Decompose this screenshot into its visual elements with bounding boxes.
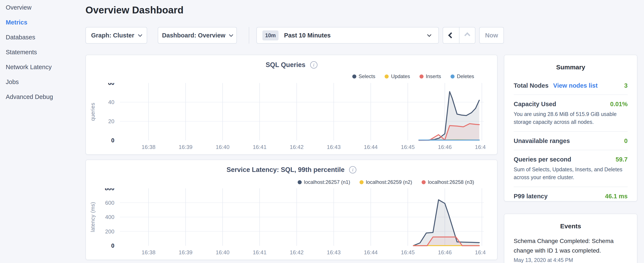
sidebar-item-advanced-debug[interactable]: Advanced Debug <box>0 89 86 104</box>
legend-dot-icon <box>450 75 454 79</box>
graph-scope-dropdown[interactable]: Graph: Cluster <box>86 27 147 44</box>
chart-legend: SelectsUpdatesInsertsDeletes <box>352 73 474 79</box>
sidebar-item-statements[interactable]: Statements <box>0 45 86 60</box>
info-icon[interactable]: i <box>349 166 356 173</box>
chevron-down-icon <box>138 33 142 37</box>
svg-text:16:41: 16:41 <box>253 249 266 255</box>
svg-text:16:44: 16:44 <box>364 249 378 255</box>
time-step-group <box>443 27 476 44</box>
summary-value: 0 <box>624 137 628 144</box>
legend-item[interactable]: Deletes <box>450 73 474 79</box>
svg-text:16:45: 16:45 <box>401 144 414 149</box>
legend-item[interactable]: localhost:26257 (n1) <box>298 179 350 185</box>
svg-text:16:42: 16:42 <box>290 249 304 255</box>
summary-description: Sum of Selects, Updates, Inserts, and De… <box>514 166 628 181</box>
sidebar-item-metrics[interactable]: Metrics <box>0 15 86 30</box>
svg-text:16:39: 16:39 <box>178 144 192 149</box>
sidebar: Overview Metrics Databases Statements Ne… <box>0 0 86 263</box>
event-timestamp: May 13, 2020 at 4:45 PM <box>514 257 628 263</box>
dashboard-dropdown[interactable]: Dashboard: Overview <box>158 27 237 44</box>
summary-label: Unavailable ranges <box>514 137 570 144</box>
now-button[interactable]: Now <box>479 27 504 44</box>
summary-panel: Summary Total Nodes View nodes list 3 Ca… <box>504 55 638 201</box>
legend-item[interactable]: localhost:26259 (n2) <box>360 179 412 185</box>
summary-value: 59.7 <box>616 156 628 163</box>
time-range-label: Past 10 Minutes <box>284 32 330 39</box>
summary-label: Capacity Used <box>514 101 556 108</box>
time-range-dropdown[interactable]: 10m Past 10 Minutes <box>256 27 439 44</box>
summary-row-total-nodes: Total Nodes View nodes list 3 <box>514 76 628 95</box>
sidebar-item-jobs[interactable]: Jobs <box>0 75 86 89</box>
sidebar-item-databases[interactable]: Databases <box>0 30 86 45</box>
events-title: Events <box>514 214 628 230</box>
event-message[interactable]: Schema Change Completed: Schema change w… <box>514 236 628 255</box>
svg-text:16:45: 16:45 <box>401 249 414 255</box>
legend-dot-icon <box>360 180 364 184</box>
time-range-badge: 10m <box>262 31 278 41</box>
events-panel: Events Schema Change Completed: Schema c… <box>504 214 638 263</box>
summary-value: 3 <box>624 82 628 89</box>
svg-text:40: 40 <box>108 99 114 105</box>
summary-label: Queries per second <box>514 156 571 163</box>
legend-dot-icon <box>298 180 302 184</box>
svg-text:16:43: 16:43 <box>327 249 340 255</box>
dashboard-label: Dashboard: Overview <box>162 32 225 39</box>
chart-title: Service Latency: SQL, 99th percentile <box>227 166 345 174</box>
summary-value: 46.1 ms <box>605 193 628 200</box>
page-title: Overview Dashboard <box>86 4 184 16</box>
sql-queries-chart-card: SQL Queries i SelectsUpdatesInsertsDelet… <box>86 55 498 155</box>
legend-dot-icon <box>384 75 389 79</box>
chevron-left-icon <box>448 32 454 38</box>
svg-text:400: 400 <box>105 214 114 220</box>
summary-row-p99-latency: P99 latency 46.1 ms <box>514 187 628 205</box>
legend-item[interactable]: Selects <box>352 73 376 79</box>
chart-legend: localhost:26257 (n1)localhost:26259 (n2)… <box>298 179 474 185</box>
chart-plot[interactable]: 16:3816:3916:4016:4116:4216:4316:4416:45… <box>88 83 486 149</box>
svg-text:16:42: 16:42 <box>290 144 304 149</box>
svg-text:16:43: 16:43 <box>327 144 340 149</box>
sidebar-item-overview[interactable]: Overview <box>0 0 86 15</box>
svg-text:16:46: 16:46 <box>438 144 452 149</box>
svg-text:16:46: 16:46 <box>438 249 452 255</box>
view-nodes-list-link[interactable]: View nodes list <box>553 82 598 89</box>
summary-row-capacity-used: Capacity Used 0.01% You are using 28.6 M… <box>514 95 628 132</box>
svg-text:800: 800 <box>105 188 114 191</box>
svg-text:16:47: 16:47 <box>475 144 486 149</box>
summary-title: Summary <box>514 55 628 71</box>
svg-text:16:39: 16:39 <box>178 249 192 255</box>
summary-label: P99 latency <box>514 193 548 200</box>
legend-dot-icon <box>352 75 356 79</box>
chevron-down-icon <box>427 33 432 37</box>
chart-title: SQL Queries <box>266 61 305 69</box>
summary-row-unavailable-ranges: Unavailable ranges 0 <box>514 132 628 150</box>
time-prev-button[interactable] <box>443 28 459 43</box>
legend-item[interactable]: localhost:26258 (n3) <box>422 179 474 185</box>
info-icon[interactable]: i <box>310 61 318 69</box>
svg-text:60: 60 <box>108 83 114 86</box>
toolbar-divider <box>249 27 249 44</box>
time-next-button[interactable] <box>459 28 475 43</box>
legend-item[interactable]: Inserts <box>420 73 441 79</box>
svg-text:0: 0 <box>111 137 114 144</box>
summary-value: 0.01% <box>610 101 628 108</box>
legend-dot-icon <box>422 180 426 184</box>
svg-text:600: 600 <box>105 200 114 206</box>
svg-text:16:38: 16:38 <box>142 249 156 255</box>
svg-text:16:44: 16:44 <box>364 144 378 149</box>
summary-label: Total Nodes <box>514 82 548 89</box>
svg-text:200: 200 <box>105 228 114 235</box>
svg-text:0: 0 <box>111 242 114 249</box>
svg-text:16:41: 16:41 <box>253 144 266 149</box>
summary-row-queries-per-second: Queries per second 59.7 Sum of Selects, … <box>514 150 628 187</box>
sidebar-item-network-latency[interactable]: Network Latency <box>0 60 86 75</box>
svg-text:20: 20 <box>108 118 114 124</box>
svg-text:16:47: 16:47 <box>475 249 486 255</box>
service-latency-chart-card: Service Latency: SQL, 99th percentile i … <box>86 160 498 260</box>
legend-dot-icon <box>420 75 424 79</box>
summary-description: You are using 28.6 MiB of 515.9 GiB usab… <box>514 110 628 126</box>
chevron-right-icon <box>464 32 470 38</box>
chart-plot[interactable]: 16:3816:3916:4016:4116:4216:4316:4416:45… <box>88 188 486 255</box>
svg-text:16:40: 16:40 <box>216 144 230 149</box>
legend-item[interactable]: Updates <box>384 73 410 79</box>
graph-scope-label: Graph: Cluster <box>91 32 134 39</box>
